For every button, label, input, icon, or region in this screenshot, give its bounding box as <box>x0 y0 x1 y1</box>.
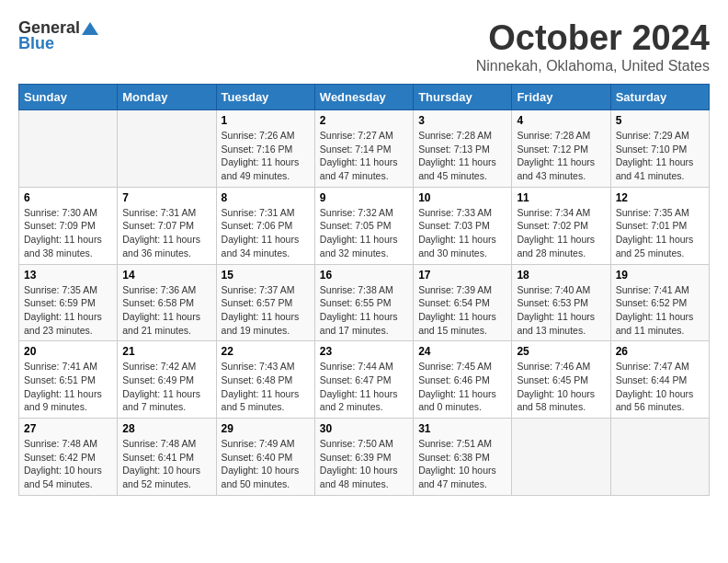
calendar-day-cell: 15Sunrise: 7:37 AM Sunset: 6:57 PM Dayli… <box>216 264 314 341</box>
day-number: 9 <box>320 191 408 204</box>
calendar-day-cell: 22Sunrise: 7:43 AM Sunset: 6:48 PM Dayli… <box>216 341 314 419</box>
day-number: 11 <box>517 191 605 204</box>
day-of-week-header: Wednesday <box>314 85 413 110</box>
day-number: 30 <box>320 422 408 435</box>
day-number: 14 <box>122 269 210 282</box>
day-info: Sunrise: 7:38 AM Sunset: 6:55 PM Dayligh… <box>320 283 408 338</box>
calendar-day-cell <box>118 110 216 188</box>
day-number: 21 <box>122 345 210 358</box>
day-number: 28 <box>122 422 210 435</box>
calendar-header-row: SundayMondayTuesdayWednesdayThursdayFrid… <box>19 85 710 110</box>
title-area: October 2024 Ninnekah, Oklahoma, United … <box>476 18 710 75</box>
day-number: 18 <box>517 269 605 282</box>
day-info: Sunrise: 7:44 AM Sunset: 6:47 PM Dayligh… <box>320 360 408 414</box>
calendar-day-cell: 9Sunrise: 7:32 AM Sunset: 7:05 PM Daylig… <box>314 187 413 264</box>
day-number: 23 <box>320 345 408 358</box>
calendar-day-cell: 10Sunrise: 7:33 AM Sunset: 7:03 PM Dayli… <box>414 187 512 264</box>
calendar-week-row: 6Sunrise: 7:30 AM Sunset: 7:09 PM Daylig… <box>19 187 710 264</box>
day-of-week-header: Thursday <box>414 85 512 110</box>
day-of-week-header: Tuesday <box>216 85 314 110</box>
day-of-week-header: Saturday <box>610 85 709 110</box>
calendar-day-cell: 14Sunrise: 7:36 AM Sunset: 6:58 PM Dayli… <box>118 264 216 341</box>
calendar-day-cell: 3Sunrise: 7:28 AM Sunset: 7:13 PM Daylig… <box>414 110 512 188</box>
day-info: Sunrise: 7:34 AM Sunset: 7:02 PM Dayligh… <box>517 206 605 260</box>
calendar-day-cell: 20Sunrise: 7:41 AM Sunset: 6:51 PM Dayli… <box>19 341 118 419</box>
day-info: Sunrise: 7:48 AM Sunset: 6:42 PM Dayligh… <box>24 437 112 491</box>
month-title: October 2024 <box>476 18 710 58</box>
day-info: Sunrise: 7:41 AM Sunset: 6:52 PM Dayligh… <box>616 283 704 338</box>
day-of-week-header: Monday <box>118 85 216 110</box>
calendar-day-cell: 21Sunrise: 7:42 AM Sunset: 6:49 PM Dayli… <box>118 341 216 419</box>
day-info: Sunrise: 7:36 AM Sunset: 6:58 PM Dayligh… <box>122 283 210 338</box>
svg-marker-0 <box>82 22 98 35</box>
calendar-day-cell: 31Sunrise: 7:51 AM Sunset: 6:38 PM Dayli… <box>414 419 512 496</box>
day-number: 12 <box>616 191 704 204</box>
calendar-day-cell: 29Sunrise: 7:49 AM Sunset: 6:40 PM Dayli… <box>216 419 314 496</box>
logo-icon <box>82 20 98 37</box>
day-info: Sunrise: 7:39 AM Sunset: 6:54 PM Dayligh… <box>418 283 506 338</box>
day-info: Sunrise: 7:51 AM Sunset: 6:38 PM Dayligh… <box>418 437 506 491</box>
day-number: 19 <box>616 269 704 282</box>
calendar-day-cell: 18Sunrise: 7:40 AM Sunset: 6:53 PM Dayli… <box>512 264 610 341</box>
day-number: 25 <box>517 345 605 358</box>
calendar-day-cell: 23Sunrise: 7:44 AM Sunset: 6:47 PM Dayli… <box>314 341 413 419</box>
calendar-day-cell: 26Sunrise: 7:47 AM Sunset: 6:44 PM Dayli… <box>610 341 709 419</box>
calendar-day-cell: 1Sunrise: 7:26 AM Sunset: 7:16 PM Daylig… <box>216 110 314 188</box>
day-info: Sunrise: 7:27 AM Sunset: 7:14 PM Dayligh… <box>320 129 408 183</box>
day-info: Sunrise: 7:45 AM Sunset: 6:46 PM Dayligh… <box>418 360 506 414</box>
day-info: Sunrise: 7:43 AM Sunset: 6:48 PM Dayligh… <box>222 360 310 414</box>
day-number: 15 <box>222 269 310 282</box>
day-info: Sunrise: 7:50 AM Sunset: 6:39 PM Dayligh… <box>320 437 408 491</box>
day-info: Sunrise: 7:31 AM Sunset: 7:07 PM Dayligh… <box>122 206 210 260</box>
calendar-day-cell: 11Sunrise: 7:34 AM Sunset: 7:02 PM Dayli… <box>512 187 610 264</box>
calendar-day-cell: 5Sunrise: 7:29 AM Sunset: 7:10 PM Daylig… <box>610 110 709 188</box>
day-info: Sunrise: 7:28 AM Sunset: 7:12 PM Dayligh… <box>517 129 605 183</box>
day-info: Sunrise: 7:31 AM Sunset: 7:06 PM Dayligh… <box>222 206 310 260</box>
day-info: Sunrise: 7:32 AM Sunset: 7:05 PM Dayligh… <box>320 206 408 260</box>
day-info: Sunrise: 7:33 AM Sunset: 7:03 PM Dayligh… <box>418 206 506 260</box>
calendar-week-row: 20Sunrise: 7:41 AM Sunset: 6:51 PM Dayli… <box>19 341 710 419</box>
day-number: 13 <box>24 269 112 282</box>
calendar-day-cell: 7Sunrise: 7:31 AM Sunset: 7:07 PM Daylig… <box>118 187 216 264</box>
calendar-table: SundayMondayTuesdayWednesdayThursdayFrid… <box>18 84 710 496</box>
day-number: 16 <box>320 269 408 282</box>
logo: General Blue <box>18 18 100 53</box>
calendar-week-row: 13Sunrise: 7:35 AM Sunset: 6:59 PM Dayli… <box>19 264 710 341</box>
calendar-day-cell: 4Sunrise: 7:28 AM Sunset: 7:12 PM Daylig… <box>512 110 610 188</box>
page-header: General Blue October 2024 Ninnekah, Okla… <box>18 18 710 75</box>
day-info: Sunrise: 7:37 AM Sunset: 6:57 PM Dayligh… <box>222 283 310 338</box>
day-number: 4 <box>517 114 605 127</box>
calendar-day-cell: 27Sunrise: 7:48 AM Sunset: 6:42 PM Dayli… <box>19 419 118 496</box>
day-number: 24 <box>418 345 506 358</box>
calendar-day-cell: 30Sunrise: 7:50 AM Sunset: 6:39 PM Dayli… <box>314 419 413 496</box>
day-number: 2 <box>320 114 408 127</box>
day-info: Sunrise: 7:42 AM Sunset: 6:49 PM Dayligh… <box>122 360 210 414</box>
day-number: 31 <box>418 422 506 435</box>
day-info: Sunrise: 7:26 AM Sunset: 7:16 PM Dayligh… <box>222 129 310 183</box>
day-info: Sunrise: 7:41 AM Sunset: 6:51 PM Dayligh… <box>24 360 112 414</box>
day-info: Sunrise: 7:46 AM Sunset: 6:45 PM Dayligh… <box>517 360 605 414</box>
day-number: 1 <box>222 114 310 127</box>
day-number: 3 <box>418 114 506 127</box>
calendar-body: 1Sunrise: 7:26 AM Sunset: 7:16 PM Daylig… <box>19 110 710 496</box>
calendar-day-cell: 6Sunrise: 7:30 AM Sunset: 7:09 PM Daylig… <box>19 187 118 264</box>
calendar-day-cell <box>610 419 709 496</box>
day-number: 8 <box>222 191 310 204</box>
calendar-week-row: 27Sunrise: 7:48 AM Sunset: 6:42 PM Dayli… <box>19 419 710 496</box>
day-of-week-header: Friday <box>512 85 610 110</box>
calendar-day-cell: 12Sunrise: 7:35 AM Sunset: 7:01 PM Dayli… <box>610 187 709 264</box>
logo-blue-text: Blue <box>18 34 54 53</box>
day-info: Sunrise: 7:40 AM Sunset: 6:53 PM Dayligh… <box>517 283 605 338</box>
day-number: 5 <box>616 114 704 127</box>
day-info: Sunrise: 7:35 AM Sunset: 6:59 PM Dayligh… <box>24 283 112 338</box>
day-info: Sunrise: 7:35 AM Sunset: 7:01 PM Dayligh… <box>616 206 704 260</box>
day-number: 17 <box>418 269 506 282</box>
location: Ninnekah, Oklahoma, United States <box>476 58 710 75</box>
calendar-day-cell: 25Sunrise: 7:46 AM Sunset: 6:45 PM Dayli… <box>512 341 610 419</box>
calendar-week-row: 1Sunrise: 7:26 AM Sunset: 7:16 PM Daylig… <box>19 110 710 188</box>
calendar-day-cell: 28Sunrise: 7:48 AM Sunset: 6:41 PM Dayli… <box>118 419 216 496</box>
calendar-day-cell: 17Sunrise: 7:39 AM Sunset: 6:54 PM Dayli… <box>414 264 512 341</box>
day-number: 27 <box>24 422 112 435</box>
day-info: Sunrise: 7:29 AM Sunset: 7:10 PM Dayligh… <box>616 129 704 183</box>
calendar-day-cell: 8Sunrise: 7:31 AM Sunset: 7:06 PM Daylig… <box>216 187 314 264</box>
